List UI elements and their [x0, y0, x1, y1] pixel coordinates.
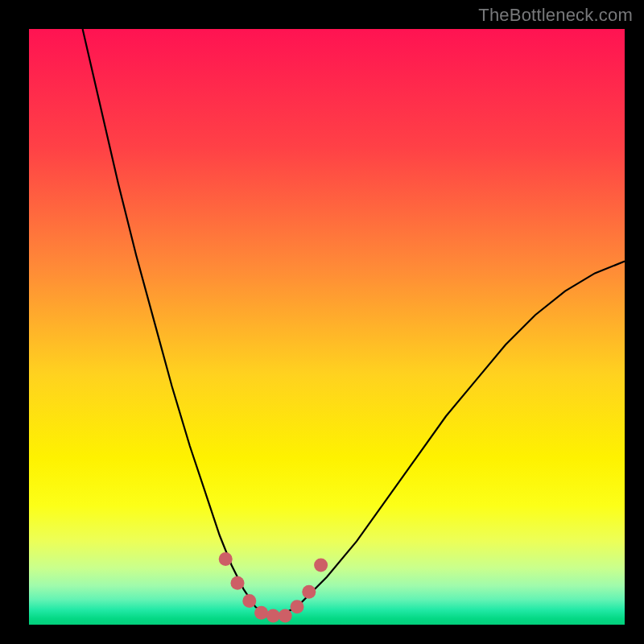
svg-point-7: [291, 600, 304, 613]
plot-area: [29, 29, 625, 625]
bottom-marker: [219, 552, 328, 622]
svg-point-5: [266, 609, 280, 622]
svg-point-2: [231, 576, 245, 590]
svg-point-4: [254, 606, 268, 620]
chart-frame: TheBottleneck.com: [0, 0, 644, 644]
svg-point-6: [279, 609, 292, 622]
svg-point-1: [219, 552, 233, 566]
svg-point-3: [242, 594, 256, 608]
bottleneck-curve: [83, 29, 625, 616]
svg-point-8: [302, 585, 316, 599]
curve-layer: [29, 29, 625, 625]
watermark-text: TheBottleneck.com: [478, 5, 633, 26]
svg-point-9: [314, 559, 328, 572]
